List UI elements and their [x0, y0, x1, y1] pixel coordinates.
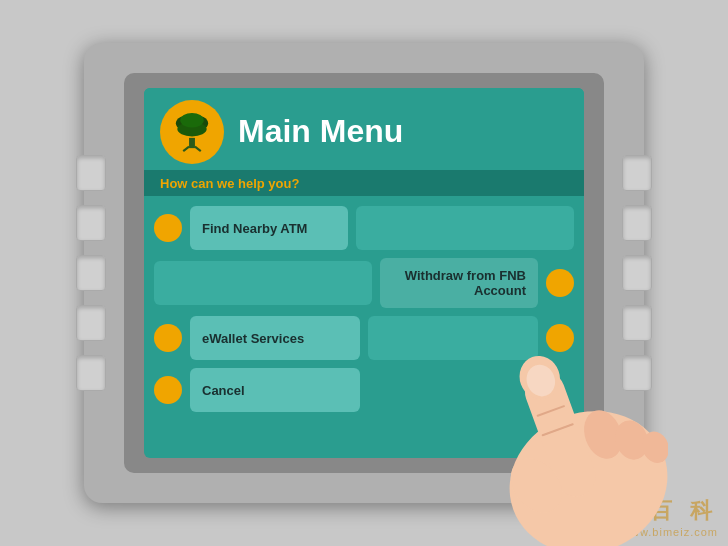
menu-row-3: eWallet Services: [154, 316, 574, 360]
menu-content: Find Nearby ATM Withdraw from FNB Accoun…: [144, 196, 584, 458]
tree-icon: [170, 110, 214, 154]
menu-row-2: Withdraw from FNB Account: [154, 258, 574, 308]
right-btn-4[interactable]: [622, 305, 652, 341]
atm-machine: Main Menu How can we help you? Find Near…: [84, 43, 644, 503]
right-btn-1[interactable]: [622, 155, 652, 191]
left-side-buttons: [76, 155, 106, 391]
svg-line-4: [183, 147, 189, 151]
menu-row-4: Cancel: [154, 368, 574, 412]
left-btn-4[interactable]: [76, 305, 106, 341]
svg-rect-0: [189, 138, 195, 148]
withdraw-indicator: [546, 269, 574, 297]
menu-row-1: Find Nearby ATM: [154, 206, 574, 250]
left-btn-5[interactable]: [76, 355, 106, 391]
find-atm-indicator: [154, 214, 182, 242]
svg-line-5: [195, 147, 201, 151]
withdraw-button[interactable]: Withdraw from FNB Account: [380, 258, 538, 308]
empty-slot-mid-left: [154, 261, 372, 305]
ewallet-button[interactable]: eWallet Services: [190, 316, 360, 360]
find-atm-button[interactable]: Find Nearby ATM: [190, 206, 348, 250]
atm-screen: Main Menu How can we help you? Find Near…: [144, 88, 584, 458]
ewallet-group: eWallet Services: [154, 316, 360, 360]
cancel-group: Cancel: [154, 368, 360, 412]
watermark: 生 活 百 科 www.bimeiz.com: [570, 496, 718, 538]
screen-bezel: Main Menu How can we help you? Find Near…: [124, 73, 604, 473]
watermark-url: www.bimeiz.com: [622, 526, 718, 538]
left-btn-1[interactable]: [76, 155, 106, 191]
subtitle-bar: How can we help you?: [144, 170, 584, 196]
left-btn-3[interactable]: [76, 255, 106, 291]
left-btn-2[interactable]: [76, 205, 106, 241]
withdraw-group: Withdraw from FNB Account: [380, 258, 574, 308]
cancel-button[interactable]: Cancel: [190, 368, 360, 412]
find-atm-group: Find Nearby ATM: [154, 206, 348, 250]
right-btn-2[interactable]: [622, 205, 652, 241]
right-btn-3[interactable]: [622, 255, 652, 291]
svg-point-3: [180, 113, 203, 128]
right-btn-5[interactable]: [622, 355, 652, 391]
header-text: Main Menu: [238, 114, 403, 149]
fnb-logo: [160, 100, 224, 164]
cancel-indicator: [154, 376, 182, 404]
right-side-buttons: [622, 155, 652, 391]
empty-right-ewallet: [368, 316, 574, 360]
screen-header: Main Menu: [144, 88, 584, 170]
empty-slot-ewallet-right: [368, 316, 538, 360]
empty-right-indicator: [546, 324, 574, 352]
main-menu-title: Main Menu: [238, 114, 403, 149]
subtitle-text: How can we help you?: [160, 176, 299, 191]
watermark-chinese: 生 活 百 科: [570, 496, 718, 526]
ewallet-indicator: [154, 324, 182, 352]
empty-slot-top-right: [356, 206, 574, 250]
